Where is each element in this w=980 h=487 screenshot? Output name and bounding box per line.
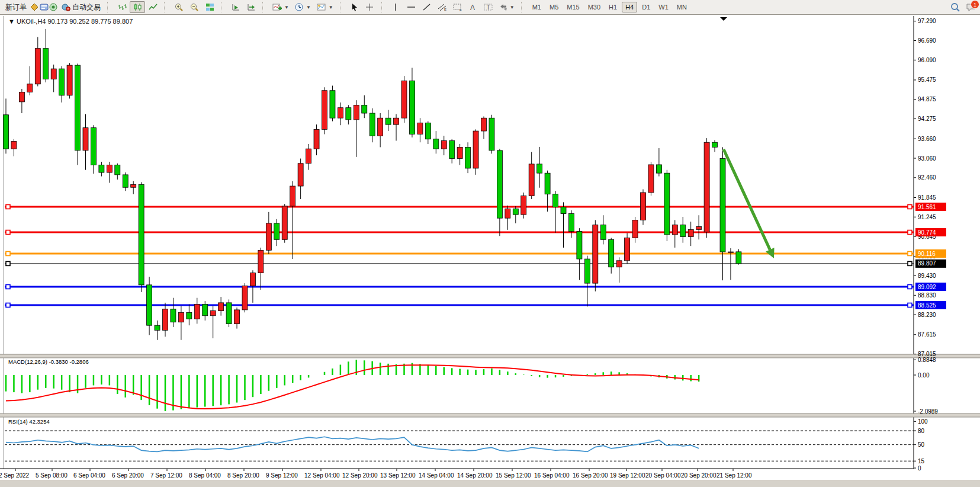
arrows-tool-icon[interactable]: ▼ [496,2,518,12]
auto-scroll-icon[interactable] [228,1,243,13]
svg-text:A: A [470,4,475,12]
candle [115,165,120,175]
time-axis-label: 5 Sep 08:00 [36,472,68,479]
candle [369,113,375,136]
candle [59,69,65,95]
candle [194,305,200,319]
timeframe-button-MN[interactable]: MN [673,2,690,12]
candle [425,123,430,139]
hline-handle[interactable] [6,230,10,235]
candle [616,261,622,267]
price-badge-label: 90.116 [918,251,936,257]
timeframe-button-H1[interactable]: H1 [605,2,621,12]
candle [553,194,558,207]
candle [529,164,534,196]
candle [696,226,702,229]
candle [688,229,693,236]
new-order-button[interactable]: 新订单 [2,1,30,14]
candle [346,108,351,120]
candle [139,184,144,285]
time-axis-label: 7 Sep 12:00 [150,472,182,479]
vertical-line-icon[interactable] [388,1,404,13]
hline-handle[interactable] [908,230,912,235]
candle [178,312,184,322]
text-label-icon[interactable]: T [481,1,496,13]
zoom-in-icon[interactable] [171,1,187,13]
toolbar-separator [107,2,111,12]
hline-handle[interactable] [6,285,10,289]
candle [505,209,510,218]
chevron-down-icon: ▼ [306,5,311,10]
time-axis-label: 8 Sep 20:00 [227,472,259,479]
candle [67,65,72,95]
timeframe-button-M15[interactable]: M15 [563,2,583,12]
timeframe-button-M30[interactable]: M30 [584,2,604,12]
crosshair-icon[interactable] [362,1,378,13]
bars-chart-icon[interactable] [114,1,130,13]
line-chart-icon[interactable] [145,1,160,13]
chevron-down-icon: ▼ [329,5,333,10]
candle [123,175,128,187]
timeframe-button-H4[interactable]: H4 [622,2,637,12]
text-icon[interactable]: A [465,1,481,13]
price-axis-tick: 94.275 [918,116,936,122]
candle [704,142,709,232]
chart-canvas[interactable]: ▼ UKOil-,H4 90.173 90.252 89.775 89.807 … [0,15,980,487]
hline-handle[interactable] [6,303,10,307]
candle [19,92,24,101]
candle [457,147,462,158]
candle [282,206,287,239]
rsi-axis-tick: 15 [918,458,925,464]
rsi-axis-tick: 80 [918,428,925,434]
candle [712,142,718,147]
rsi-label: RSI(14) 42.3254 [8,418,50,425]
svg-text:E: E [444,8,446,11]
new-chart-icon[interactable] [30,2,39,12]
hline-handle[interactable] [6,261,10,265]
notifications-icon[interactable]: 1 [966,2,975,12]
signals-icon[interactable] [49,2,58,12]
channel-icon[interactable]: E [435,1,450,13]
hline-handle[interactable] [6,252,10,256]
periods-icon[interactable]: ▼ [292,2,314,13]
candle [449,141,455,159]
tile-windows-icon[interactable] [202,1,217,13]
hline-handle[interactable] [6,205,10,209]
timeframe-button-W1[interactable]: W1 [655,2,672,12]
candle [568,214,574,232]
indicators-icon[interactable]: ▼ [269,2,292,12]
templates-icon[interactable]: ▼ [314,2,336,12]
fibonacci-icon[interactable]: F [450,1,465,13]
profiles-icon[interactable] [39,2,49,12]
auto-trading-button[interactable]: 自动交易 [58,1,104,14]
timeframe-button-M5[interactable]: M5 [546,2,562,12]
candle [290,186,295,206]
trendline-icon[interactable] [419,1,435,13]
chart-shift-icon[interactable] [243,1,259,13]
macd-axis-tick: -2.0989 [918,408,938,415]
candle [465,147,471,168]
horizontal-line-icon[interactable] [404,1,419,13]
hline-handle[interactable] [908,285,912,289]
zoom-out-icon[interactable] [187,1,202,13]
trend-arrow[interactable] [724,149,770,249]
hline-handle[interactable] [908,252,912,256]
candle [242,286,248,309]
candle [362,105,367,113]
candle [107,165,112,173]
hline-handle[interactable] [908,261,912,265]
hline-handle[interactable] [908,303,912,307]
candle [656,165,661,173]
candle [330,91,335,118]
price-axis-tick: 95.475 [918,76,936,83]
timeframe-button-D1[interactable]: D1 [638,2,654,12]
macd-label: MACD(12,26,9) -0.3830 -0.2806 [8,358,89,365]
macd-signal-line [6,365,699,409]
search-icon[interactable] [950,2,960,12]
hline-handle[interactable] [908,205,912,209]
cursor-icon[interactable] [347,1,362,13]
timeframe-button-M1[interactable]: M1 [529,2,545,12]
candle [648,165,654,193]
time-axis-label: 20 Sep 20:00 [681,472,716,479]
candlestick-chart-icon[interactable] [130,1,145,13]
